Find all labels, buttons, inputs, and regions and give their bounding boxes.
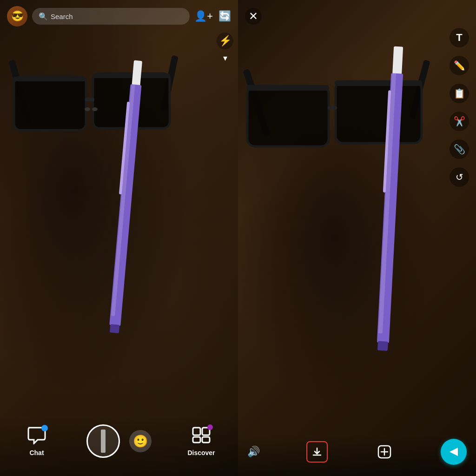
timer-tool-icon: ↺ (456, 172, 463, 183)
left-panel: 😎 🔍 Search 👤+ 🔄 ⚡ ▾ Chat (0, 0, 238, 476)
sound-button[interactable]: 🔊 (247, 446, 260, 458)
scissors-tool-button[interactable]: ✂️ (450, 112, 469, 131)
discover-notification-dot (207, 424, 213, 430)
top-bar-left: 😎 🔍 Search 👤+ 🔄 (0, 0, 238, 33)
pen-tool-icon: ✏️ (454, 60, 465, 71)
sound-icon: 🔊 (247, 446, 260, 458)
chat-notification-dot (41, 425, 48, 431)
shutter-button[interactable] (86, 424, 120, 458)
right-panel: ✕ T ✏️ 📋 ✂️ 📎 ↺ 🔊 (238, 0, 476, 476)
top-bar-right: ✕ (238, 0, 476, 33)
search-bar[interactable]: 🔍 Search (32, 8, 190, 25)
left-background (0, 0, 238, 476)
svg-marker-33 (450, 448, 458, 456)
paperclip-tool-icon: 📎 (454, 144, 465, 155)
top-right-icons: 👤+ 🔄 (194, 10, 231, 22)
shutter-area: 🙂 (64, 424, 174, 458)
close-icon: ✕ (249, 10, 258, 23)
right-tools: T ✏️ 📋 ✂️ 📎 ↺ (450, 28, 469, 187)
bottom-bar-left: Chat 🙂 Discover (0, 416, 238, 476)
text-tool-button[interactable]: T (450, 28, 469, 47)
right-background (238, 0, 476, 476)
flash-icon[interactable]: ⚡ (217, 33, 233, 49)
close-button[interactable]: ✕ (245, 8, 262, 25)
emoji-icon: 🙂 (133, 434, 148, 449)
discover-icon-wrap (191, 426, 212, 446)
add-story-icon (377, 444, 392, 459)
svg-rect-16 (193, 437, 200, 443)
chat-icon-wrap (26, 426, 47, 446)
bottom-bar-right: 🔊 (238, 434, 476, 476)
paperclip-tool-button[interactable]: 📎 (450, 139, 469, 159)
discover-button[interactable]: Discover (174, 426, 229, 456)
add-friend-icon[interactable]: 👤+ (194, 10, 213, 22)
text-tool-icon: T (456, 32, 462, 44)
svg-rect-14 (193, 428, 200, 435)
timer-tool-button[interactable]: ↺ (450, 167, 469, 187)
svg-rect-17 (202, 437, 210, 443)
sticker-tool-icon: 📋 (454, 88, 465, 99)
send-icon (448, 446, 460, 458)
search-icon: 🔍 (39, 12, 48, 21)
avatar[interactable]: 😎 (7, 6, 27, 26)
emoji-button[interactable]: 🙂 (129, 430, 152, 452)
download-button[interactable] (306, 441, 328, 463)
shutter-inner (101, 430, 106, 453)
sticker-tool-button[interactable]: 📋 (450, 84, 469, 103)
flip-camera-icon[interactable]: 🔄 (218, 10, 231, 22)
add-story-button[interactable] (375, 442, 394, 462)
download-icon (312, 447, 322, 457)
avatar-emoji: 😎 (11, 10, 24, 22)
chevron-down-icon[interactable]: ▾ (223, 53, 227, 63)
flash-area: ⚡ ▾ (217, 33, 233, 63)
send-button[interactable] (441, 439, 467, 465)
pen-tool-button[interactable]: ✏️ (450, 56, 469, 75)
chat-label: Chat (29, 449, 44, 456)
scissors-tool-icon: ✂️ (454, 116, 465, 127)
discover-label: Discover (187, 449, 215, 456)
search-placeholder: Search (51, 13, 73, 20)
chat-button[interactable]: Chat (9, 426, 64, 456)
